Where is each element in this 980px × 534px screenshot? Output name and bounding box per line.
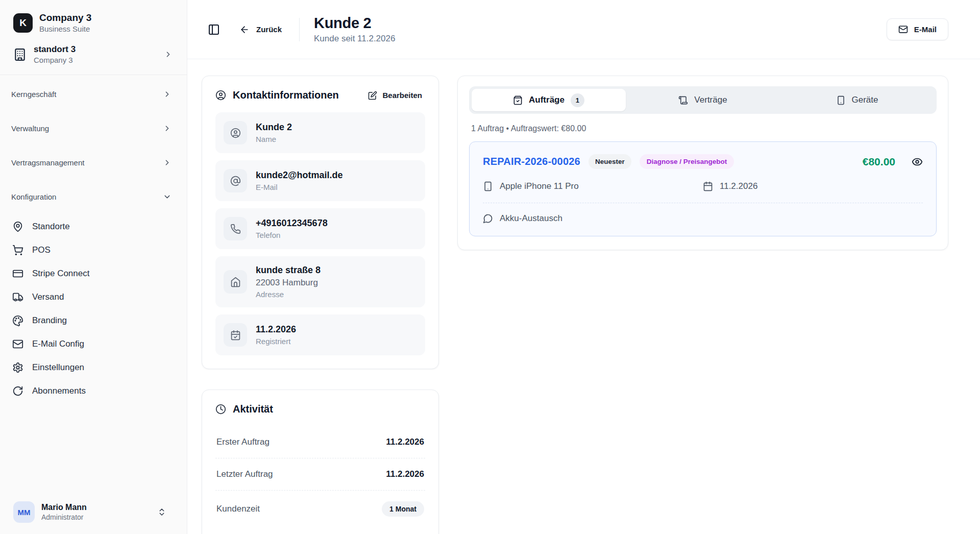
sidebar-toggle-icon[interactable]	[208, 23, 220, 36]
email-button-label: E-Mail	[914, 25, 937, 34]
contact-value: 11.2.2026	[256, 324, 296, 335]
mail-icon	[898, 25, 908, 34]
map-pin-icon	[12, 221, 23, 232]
order-top-row: REPAIR-2026-00026 Neuester Diagnose / Pr…	[483, 154, 923, 169]
truck-icon	[12, 292, 23, 303]
chevron-right-icon	[163, 158, 172, 167]
edit-button[interactable]: Bearbeiten	[365, 90, 425, 101]
tab-label: Aufträge	[529, 95, 565, 105]
page-header: Zurück Kunde 2 Kunde seit 11.2.2026 E-Ma…	[187, 0, 980, 59]
sidebar-item-label: Standorte	[32, 222, 70, 232]
tab-vertraege[interactable]: Verträge	[626, 89, 780, 111]
tab-auftraege[interactable]: Aufträge 1	[472, 89, 626, 111]
activity-value: 11.2.2026	[386, 437, 424, 447]
section-label: Vertragsmanagement	[11, 158, 84, 167]
status-badge: Diagnose / Preisangebot	[640, 154, 734, 169]
sidebar-section-vertragsmanagement[interactable]: Vertragsmanagement	[11, 145, 172, 180]
contact-info-card: Kontaktinformationen Bearbeiten Kunde 2	[202, 76, 439, 369]
tab-bar: Aufträge 1 Verträge Geräte	[469, 86, 937, 114]
page-title: Kunde 2	[314, 15, 395, 32]
mail-icon	[12, 338, 23, 350]
phone-icon	[224, 217, 247, 240]
activity-label: Kundenzeit	[216, 504, 260, 514]
page-subtitle: Kunde seit 11.2.2026	[314, 34, 395, 44]
chevron-down-icon	[163, 192, 172, 201]
tab-label: Verträge	[694, 95, 727, 105]
sidebar-item-label: E-Mail Config	[32, 339, 84, 349]
contact-label: E-Mail	[256, 183, 343, 191]
calendar-check-icon	[224, 323, 247, 347]
sidebar-nav: Kerngeschäft Verwaltung Vertragsmanageme…	[0, 75, 187, 403]
contact-value: Kunde 2	[256, 122, 292, 133]
activity-label: Letzter Auftrag	[216, 469, 273, 479]
right-column: Aufträge 1 Verträge Geräte	[457, 76, 948, 250]
tab-label: Geräte	[852, 95, 878, 105]
contact-row-registered: 11.2.2026 Registriert	[215, 314, 425, 355]
sidebar-section-verwaltung[interactable]: Verwaltung	[11, 111, 172, 145]
activity-card: Aktivität Erster Auftrag 11.2.2026 Letzt…	[202, 390, 439, 534]
clock-icon	[215, 404, 226, 415]
sidebar-item-label: Abonnements	[32, 386, 86, 396]
gear-icon	[12, 362, 23, 373]
sidebar-item-versand[interactable]: Versand	[12, 285, 172, 309]
sidebar-item-pos[interactable]: POS	[12, 238, 172, 262]
sidebar-item-branding[interactable]: Branding	[12, 309, 172, 332]
order-amount: €80.00	[863, 156, 895, 168]
order-number-link[interactable]: REPAIR-2026-00026	[483, 156, 580, 167]
contact-label: Registriert	[256, 337, 296, 346]
calendar-icon	[703, 181, 713, 191]
activity-value: 11.2.2026	[386, 469, 424, 479]
palette-icon	[12, 315, 23, 326]
smartphone-icon	[483, 181, 493, 191]
order-meta-row: Apple iPhone 11 Pro 11.2.2026	[483, 181, 923, 203]
activity-card-header: Aktivität	[215, 403, 425, 415]
message-circle-icon	[483, 213, 493, 224]
email-button[interactable]: E-Mail	[887, 18, 948, 40]
left-column: Kontaktinformationen Bearbeiten Kunde 2	[202, 76, 439, 534]
sidebar-section-kerngeschaeft[interactable]: Kerngeschäft	[11, 77, 172, 111]
arrow-left-icon	[239, 25, 250, 35]
contact-value-secondary: 22003 Hamburg	[256, 278, 321, 288]
sidebar-item-einstellungen[interactable]: Einstellungen	[12, 356, 172, 379]
company-name: Company 3	[39, 12, 91, 23]
customer-time-badge: 1 Monat	[382, 501, 424, 517]
section-label: Verwaltung	[11, 124, 49, 133]
edit-button-label: Bearbeiten	[382, 91, 422, 100]
contact-value: kunde2@hotmail.de	[256, 170, 343, 181]
home-icon	[224, 270, 247, 294]
scroll-icon	[678, 95, 688, 105]
sidebar-item-label: Einstellungen	[32, 362, 84, 373]
activity-rows: Erster Auftrag 11.2.2026 Letzter Auftrag…	[215, 426, 425, 527]
user-name: Mario Mann	[41, 503, 87, 512]
newest-badge: Neuester	[589, 154, 631, 169]
chevron-right-icon	[163, 124, 172, 133]
location-company: Company 3	[34, 56, 76, 64]
activity-label: Erster Auftrag	[216, 437, 270, 447]
tab-count-badge: 1	[571, 93, 584, 107]
sidebar-section-konfiguration[interactable]: Konfiguration	[11, 180, 172, 214]
title-block: Kunde 2 Kunde seit 11.2.2026	[314, 15, 395, 44]
back-button[interactable]: Zurück	[236, 24, 285, 35]
contact-label: Telefon	[256, 231, 328, 239]
sidebar-item-standorte[interactable]: Standorte	[12, 215, 172, 238]
contact-label: Name	[256, 135, 292, 143]
order-card[interactable]: REPAIR-2026-00026 Neuester Diagnose / Pr…	[469, 141, 937, 236]
order-device-label: Apple iPhone 11 Pro	[500, 181, 579, 191]
user-menu[interactable]: MM Mario Mann Administrator	[8, 497, 179, 527]
tab-geraete[interactable]: Geräte	[780, 89, 934, 111]
order-note: Akku-Austausch	[483, 213, 923, 224]
at-sign-icon	[224, 169, 247, 192]
view-order-button[interactable]	[912, 156, 923, 167]
refresh-icon	[12, 385, 23, 397]
sidebar-item-email-config[interactable]: E-Mail Config	[12, 332, 172, 356]
chevron-right-icon	[163, 90, 172, 99]
company-logo-row: K Company 3 Business Suite	[0, 12, 187, 33]
sidebar-item-stripe-connect[interactable]: Stripe Connect	[12, 262, 172, 285]
sidebar: K Company 3 Business Suite standort 3 Co…	[0, 0, 187, 534]
main-area: Zurück Kunde 2 Kunde seit 11.2.2026 E-Ma…	[187, 0, 980, 534]
location-switcher[interactable]: standort 3 Company 3	[0, 44, 187, 75]
page-content: Kontaktinformationen Bearbeiten Kunde 2	[187, 59, 980, 534]
sidebar-item-label: Stripe Connect	[32, 269, 89, 279]
sidebar-item-label: Branding	[32, 315, 67, 326]
sidebar-item-abonnements[interactable]: Abonnements	[12, 379, 172, 403]
